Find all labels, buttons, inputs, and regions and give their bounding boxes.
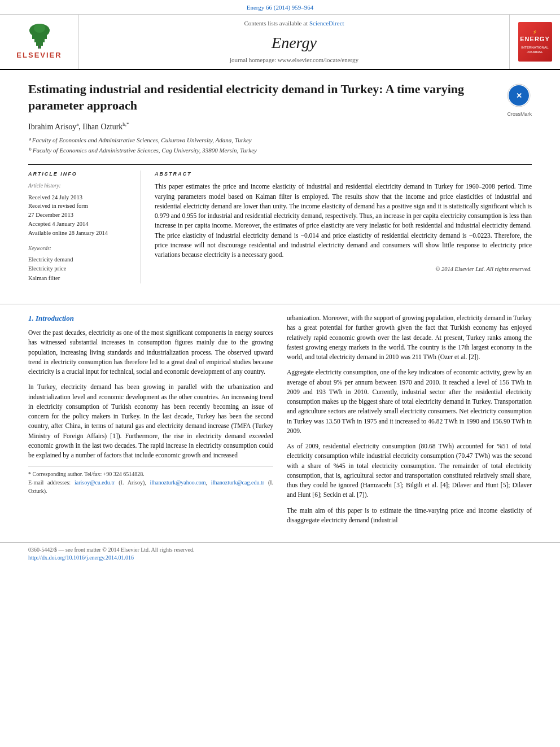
sciencedirect-link[interactable]: ScienceDirect <box>309 20 344 27</box>
body-right-column: urbanization. Moreover, with the support… <box>287 313 532 531</box>
body-para-3: urbanization. Moreover, with the support… <box>287 313 532 362</box>
email2-link[interactable]: ilhanozturk@cag.edu.tr <box>211 479 264 486</box>
keywords-section: Keywords: Electricity demand Electricity… <box>28 245 133 283</box>
article-info-abstract: ARTICLE INFO Article history: Received 2… <box>28 164 532 283</box>
abstract-column: ABSTRACT This paper estimates the price … <box>155 171 532 283</box>
author-a-name: Ibrahim Arisoy <box>28 122 76 130</box>
author-b-sup: b,* <box>123 121 129 127</box>
article-info-column: ARTICLE INFO Article history: Received 2… <box>28 171 141 283</box>
doi-link[interactable]: http://dx.doi.org/10.1016/j.energy.2014.… <box>28 554 532 562</box>
affiliations: ᵃ Faculty of Economics and Administrativ… <box>28 136 532 155</box>
history-label: Article history: <box>28 182 133 190</box>
article-container: Estimating industrial and residential el… <box>0 70 560 295</box>
history-online: Available online 28 January 2014 <box>28 229 133 238</box>
svg-rect-1 <box>36 42 43 46</box>
affiliation-a: ᵃ Faculty of Economics and Administrativ… <box>28 136 532 145</box>
svg-text:✕: ✕ <box>516 91 522 100</box>
journal-logo-right: ⚡ ENERGY INTERNATIONALJOURNAL <box>509 15 560 69</box>
email1-link[interactable]: iarisoy@cu.edu.tr <box>75 479 115 486</box>
sciencedirect-line: Contents lists available at ScienceDirec… <box>244 19 344 28</box>
crossmark-label: CrossMark <box>507 111 532 118</box>
body-left-column: 1. Introduction Over the past decades, e… <box>28 313 273 531</box>
history-received: Received 24 July 2013 <box>28 193 133 202</box>
journal-homepage: journal homepage: www.elsevier.com/locat… <box>230 56 358 64</box>
journal-reference: Energy 66 (2014) 959–964 <box>0 0 560 15</box>
energy-badge: ⚡ ENERGY INTERNATIONALJOURNAL <box>518 22 552 62</box>
keyword-3: Kalman filter <box>28 274 133 283</box>
svg-rect-2 <box>34 38 45 42</box>
crossmark-icon: ✕ CrossMark <box>507 84 532 117</box>
copyright-line: © 2014 Elsevier Ltd. All rights reserved… <box>155 265 532 274</box>
elsevier-tree-icon <box>20 24 59 49</box>
elsevier-label: ELSEVIER <box>16 50 62 60</box>
body-para-4: Aggregate electricity consumption, one o… <box>287 368 532 436</box>
abstract-text: This paper estimates the price and incom… <box>155 182 532 260</box>
footnote-corresponding: * Corresponding author. Tel/fax: +90 324… <box>28 470 273 478</box>
svg-point-5 <box>34 24 45 33</box>
footnote-section: * Corresponding author. Tel/fax: +90 324… <box>28 466 273 495</box>
history-revised-label: Received in revised form <box>28 202 133 211</box>
bottom-bar: 0360-5442/$ — see front matter © 2014 El… <box>0 542 560 565</box>
footnote-emails: E-mail addresses: iarisoy@cu.edu.tr (I. … <box>28 478 273 495</box>
body-para-2: In Turkey, electricity demand has been g… <box>28 382 273 460</box>
article-info-label: ARTICLE INFO <box>28 171 133 178</box>
article-history: Article history: Received 24 July 2013 R… <box>28 182 133 237</box>
abstract-label: ABSTRACT <box>155 171 532 178</box>
body-para-1: Over the past decades, electricity as on… <box>28 328 273 377</box>
email-label: E-mail addresses: <box>28 479 71 486</box>
author1-name: (I. Arisoy), <box>119 479 146 486</box>
author-b-name: Ilhan Ozturk <box>82 122 123 130</box>
journal-center: Contents lists available at ScienceDirec… <box>79 15 509 69</box>
history-accepted: Accepted 4 January 2014 <box>28 220 133 229</box>
body-para-5: As of 2009, residential electricity cons… <box>287 442 532 500</box>
article-title: Estimating industrial and residential el… <box>28 81 499 113</box>
keyword-2: Electricity price <box>28 264 133 274</box>
authors-line: Ibrahim Arisoya, Ilhan Ozturkb,* <box>28 121 532 132</box>
issn-line: 0360-5442/$ — see front matter © 2014 El… <box>28 546 532 554</box>
elsevier-logo: ELSEVIER <box>0 15 79 69</box>
journal-name: Energy <box>272 32 317 54</box>
body-para-6: The main aim of this paper is to estimat… <box>287 506 532 526</box>
history-revised-date: 27 December 2013 <box>28 211 133 220</box>
journal-header: ELSEVIER Contents lists available at Sci… <box>0 15 560 70</box>
author-a-sup: a <box>76 121 78 127</box>
body-content: 1. Introduction Over the past decades, e… <box>0 313 560 542</box>
affiliation-b: ᵇ Faculty of Economics and Administrativ… <box>28 146 532 155</box>
title-crossmark-row: Estimating industrial and residential el… <box>28 81 532 120</box>
keyword-1: Electricity demand <box>28 255 133 265</box>
section-divider <box>0 304 560 304</box>
email3-link[interactable]: ilhanozturk@yahoo.com <box>150 479 206 486</box>
keywords-label: Keywords: <box>28 245 133 252</box>
intro-heading: 1. Introduction <box>28 313 273 324</box>
